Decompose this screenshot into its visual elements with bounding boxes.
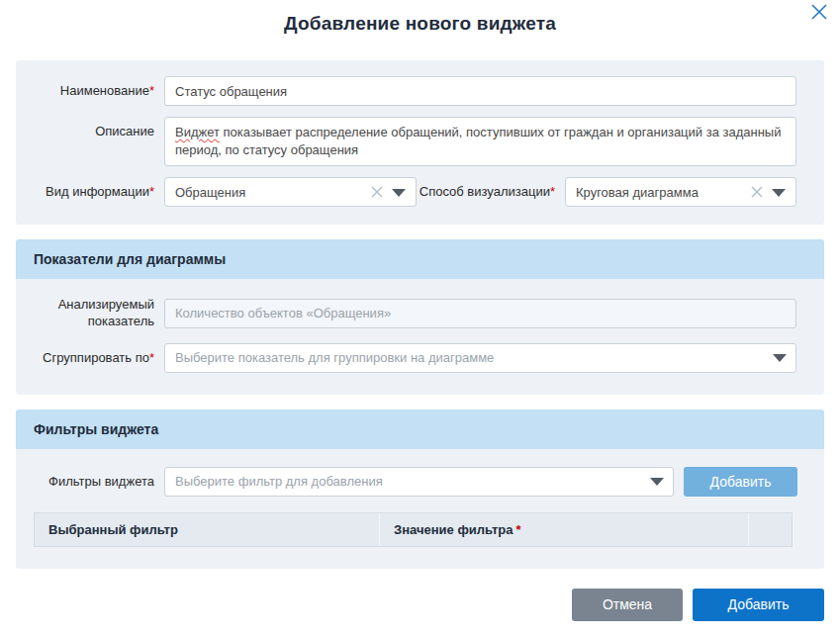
dropdown-arrow-icon[interactable]	[650, 478, 664, 486]
col-selected-filter: Выбранный фильтр	[35, 513, 379, 546]
required-asterisk: *	[149, 350, 154, 365]
name-input[interactable]	[164, 76, 796, 106]
misspelled-word: Виджет	[175, 125, 220, 139]
info-type-label: Вид информации*	[16, 184, 164, 200]
footer-actions: Отмена Добавить	[16, 589, 824, 621]
basic-info-panel: Наименование* Описание Виджет показывает…	[16, 60, 824, 225]
description-label: Описание	[16, 117, 164, 139]
clear-icon[interactable]	[750, 185, 764, 199]
description-textarea[interactable]: Виджет показывает распределение обращени…	[164, 117, 796, 166]
visualization-label: Способ визуализации*	[417, 184, 565, 200]
analyzed-indicator-input	[164, 299, 796, 328]
filters-section-title: Фильтры виджета	[16, 410, 824, 449]
visualization-value: Круговая диаграмма	[576, 185, 699, 200]
required-asterisk: *	[550, 184, 555, 199]
dropdown-arrow-icon[interactable]	[773, 354, 787, 362]
info-type-select[interactable]: Обращения	[164, 177, 417, 207]
description-text: показывает распределение обращений, пост…	[175, 125, 781, 157]
submit-button[interactable]: Добавить	[693, 589, 824, 621]
required-asterisk: *	[515, 522, 520, 537]
group-by-label: Сгруппировать по*	[16, 350, 164, 366]
filters-table-header: Выбранный фильтр Значение фильтра*	[34, 512, 793, 547]
col-filter-value: Значение фильтра*	[379, 513, 748, 546]
col-actions	[748, 513, 792, 546]
add-filter-button[interactable]: Добавить	[684, 467, 797, 497]
filter-select-input[interactable]	[164, 467, 674, 497]
close-icon[interactable]	[810, 3, 828, 21]
group-by-input[interactable]	[164, 343, 796, 373]
cancel-button[interactable]: Отмена	[572, 589, 683, 621]
visualization-select[interactable]: Круговая диаграмма	[565, 177, 796, 207]
indicators-panel: Показатели для диаграммы Анализируемый п…	[16, 239, 824, 395]
info-type-value: Обращения	[175, 185, 245, 200]
required-asterisk: *	[149, 184, 154, 199]
dropdown-arrow-icon[interactable]	[772, 189, 786, 197]
filter-select-label: Фильтры виджета	[16, 474, 164, 490]
dropdown-arrow-icon[interactable]	[392, 189, 406, 197]
analyzed-indicator-label: Анализируемый показатель	[16, 297, 164, 329]
clear-icon[interactable]	[370, 185, 384, 199]
indicators-section-title: Показатели для диаграммы	[16, 239, 824, 279]
required-asterisk: *	[149, 83, 154, 98]
name-label: Наименование*	[16, 83, 164, 99]
dialog-title: Добавление нового виджета	[0, 0, 840, 35]
filters-panel: Фильтры виджета Фильтры виджета Добавить…	[16, 410, 824, 569]
